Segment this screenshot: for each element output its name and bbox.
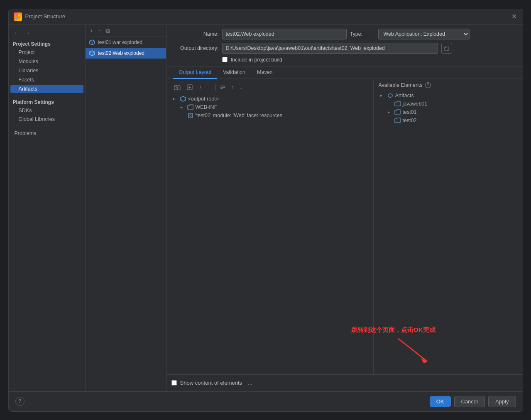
tree-arrow-root: ▸: [173, 96, 178, 101]
content-area: + − ↑ ↓: [166, 79, 523, 374]
available-tree: ▸ Artifacts ▸: [379, 91, 518, 125]
layout-add-artifact-button[interactable]: [184, 82, 196, 92]
svg-line-9: [92, 52, 95, 53]
layout-up-button[interactable]: ↑: [229, 82, 237, 92]
folder-icon-webinf: [187, 104, 194, 111]
sidebar-item-sdks[interactable]: SDKs: [10, 106, 83, 115]
svg-line-5: [92, 41, 95, 42]
tree-item-webinf[interactable]: ▸ WEB-INF: [179, 103, 368, 111]
main-pane: Name: Type: Web Application: Exploded Ou…: [166, 25, 523, 391]
remove-artifact-button[interactable]: −: [96, 27, 103, 34]
avail-label-test02: test02: [403, 118, 417, 123]
output-layout-pane: + − ↑ ↓: [166, 79, 373, 374]
avail-children-artifacts: ▸ javaweb01 ▸: [386, 100, 518, 125]
type-label: Type:: [350, 31, 375, 37]
show-content-checkbox[interactable]: [171, 380, 177, 386]
output-layout-toolbar: + − ↑ ↓: [171, 82, 368, 92]
artifact-icon-test01: [89, 39, 95, 46]
layout-sort-button[interactable]: [217, 82, 228, 92]
name-label: Name:: [173, 31, 219, 37]
tab-output-layout[interactable]: Output Layout: [173, 66, 218, 79]
type-select[interactable]: Web Application: Exploded: [378, 29, 470, 39]
svg-rect-12: [445, 47, 449, 50]
name-input[interactable]: [222, 29, 347, 39]
artifact-label-test01: test01:war exploded: [98, 39, 142, 45]
avail-icon-artifacts: [387, 92, 394, 99]
avail-item-javaweb01[interactable]: ▸ javaweb01: [386, 100, 518, 108]
avail-item-artifacts[interactable]: ▸ Artifacts: [379, 91, 518, 100]
tree-item-test02-module[interactable]: ▸ 'test02' module: 'Web' facet resources: [179, 111, 368, 120]
artifact-item-test01[interactable]: test01:war exploded: [86, 37, 166, 48]
ok-button[interactable]: OK: [430, 396, 451, 407]
more-button[interactable]: ...: [245, 378, 255, 388]
artifact-item-test02[interactable]: test02:Web exploded: [86, 48, 166, 59]
sidebar-item-problems[interactable]: Problems: [10, 129, 83, 138]
sidebar-item-project[interactable]: Project: [10, 48, 83, 56]
svg-rect-2: [16, 17, 17, 19]
app-icon: [14, 12, 22, 21]
svg-line-10: [90, 52, 92, 53]
tree-arrow-test02: ▸: [181, 113, 186, 118]
svg-line-6: [90, 41, 92, 42]
project-settings-label: Project Settings: [9, 39, 85, 48]
diamond-icon-root: [180, 96, 186, 102]
avail-item-test01[interactable]: ▸ test01: [386, 108, 518, 116]
available-elements-label: Available Elements: [379, 82, 423, 88]
cancel-button[interactable]: Cancel: [454, 396, 485, 407]
available-elements-header: Available Elements ?: [379, 82, 518, 88]
include-build-checkbox[interactable]: [222, 57, 228, 62]
tree-item-output-root[interactable]: ▸ <output root>: [171, 95, 368, 103]
sidebar-item-modules[interactable]: Modules: [10, 57, 83, 66]
artifact-label-test02: test02:Web exploded: [98, 50, 145, 56]
tree-label-test02-module: 'test02' module: 'Web' facet resources: [196, 113, 282, 118]
layout-remove-button[interactable]: −: [205, 82, 213, 92]
help-button[interactable]: ?: [15, 397, 24, 406]
main-header: Name: Type: Web Application: Exploded Ou…: [166, 25, 523, 66]
dialog-title: Project Structure: [25, 13, 66, 20]
back-button[interactable]: ←: [12, 29, 21, 37]
bottom-left: Show content of elements ...: [171, 378, 255, 388]
forward-button[interactable]: →: [23, 29, 32, 37]
apply-button[interactable]: Apply: [488, 396, 516, 407]
output-dir-label: Output directory:: [173, 45, 219, 51]
svg-rect-0: [16, 15, 17, 16]
dialog-body: ← → Project Settings Project Modules Lib…: [9, 25, 523, 391]
avail-arrow-test02: ▸: [388, 118, 393, 123]
browse-button[interactable]: [441, 43, 452, 54]
layout-add-button[interactable]: +: [196, 82, 205, 92]
avail-label-artifacts: Artifacts: [395, 93, 414, 98]
sidebar-item-libraries[interactable]: Libraries: [10, 66, 83, 75]
avail-item-test02[interactable]: ▸ test02: [386, 116, 518, 125]
svg-rect-1: [18, 15, 20, 16]
platform-settings-label: Platform Settings: [9, 97, 85, 106]
include-build-row: Include in project build: [222, 57, 516, 63]
artifact-list-pane: + − ⧉ test01:war exploded: [86, 25, 166, 391]
artifact-icon-test02: [89, 50, 95, 56]
toolbar-separator: [215, 84, 215, 91]
output-dir-input[interactable]: [222, 43, 438, 54]
close-button[interactable]: ✕: [511, 13, 518, 20]
avail-label-javaweb01: javaweb01: [403, 101, 428, 107]
svg-point-25: [190, 115, 191, 116]
artifact-list-items: test01:war exploded test02:Web exploded: [86, 37, 166, 391]
platform-settings-section: Platform Settings SDKs Global Libraries: [9, 97, 85, 124]
sidebar-item-global-libraries[interactable]: Global Libraries: [10, 115, 83, 123]
available-elements-help-icon[interactable]: ?: [425, 82, 431, 88]
avail-folder-icon-test01: [394, 109, 401, 115]
tree-label-webinf: WEB-INF: [196, 104, 218, 110]
svg-marker-23: [181, 96, 186, 101]
tabs-bar: Output Layout Validation Maven: [166, 66, 523, 79]
sidebar-item-facets[interactable]: Facets: [10, 76, 83, 84]
sidebar-item-artifacts[interactable]: Artifacts: [10, 85, 83, 93]
tab-maven[interactable]: Maven: [251, 66, 279, 79]
layout-add-dir-button[interactable]: [171, 82, 183, 92]
dialog-footer: ? OK Cancel Apply: [9, 391, 523, 411]
add-artifact-button[interactable]: +: [89, 27, 95, 34]
avail-label-test01: test01: [403, 109, 417, 115]
tab-validation[interactable]: Validation: [217, 66, 251, 79]
copy-artifact-button[interactable]: ⧉: [104, 27, 111, 34]
output-dir-field-row: Output directory:: [173, 43, 516, 54]
tree-children-root: ▸ WEB-INF ▸: [179, 103, 368, 120]
avail-arrow-test01: ▸: [388, 110, 393, 114]
layout-down-button[interactable]: ↓: [237, 82, 245, 92]
